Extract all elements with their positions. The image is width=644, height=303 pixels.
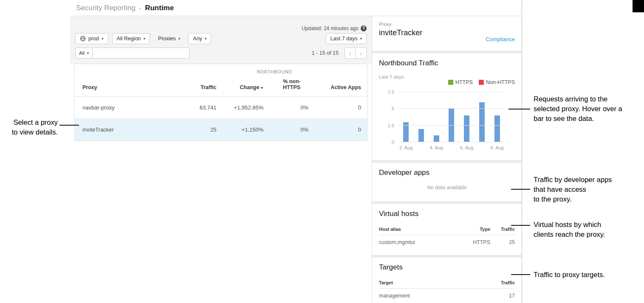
- breadcrumb-parent[interactable]: Security Reporting: [76, 4, 136, 12]
- environment-label: prod: [88, 36, 99, 42]
- help-icon[interactable]: ?: [361, 25, 367, 31]
- column-header-traffic[interactable]: Traffic: [182, 74, 223, 97]
- app-window: Security Reporting › Runtime Updated: 24…: [70, 0, 522, 303]
- chevron-right-icon: ›: [360, 50, 362, 57]
- change-header-label: Change: [240, 84, 260, 90]
- chart-y-axis: 02.557.5: [379, 92, 398, 142]
- cell-traffic: 25: [490, 239, 515, 245]
- any-label: Any: [193, 36, 202, 42]
- column-header-non-https[interactable]: % non-HTTPS: [269, 74, 314, 97]
- table-row-navbar-proxy[interactable]: navbar-proxy 63,741 +1,952.85% 0% 0: [75, 97, 367, 119]
- legend-item-non-https: Non-HTTPS: [479, 79, 515, 85]
- northbound-traffic-section: Northbound Traffic Last 7 days HTTPS Non…: [372, 53, 522, 160]
- targets-title: Targets: [379, 263, 515, 272]
- proxy-table: NORTHBOUND Proxy Traffic Change▼ % non-H…: [74, 64, 367, 141]
- annotation-chart: Requests arriving to the selected proxy.…: [534, 94, 644, 123]
- search-scope-label: All: [79, 50, 85, 56]
- chevron-left-icon: ‹: [349, 50, 351, 57]
- column-header-change[interactable]: Change▼: [223, 74, 270, 97]
- chart-gridline: [398, 108, 505, 109]
- column-header-proxy[interactable]: Proxy: [75, 74, 182, 97]
- page: Security Reporting › Runtime Updated: 24…: [0, 0, 644, 303]
- chart-section-title: Northbound Traffic: [379, 59, 515, 67]
- legend-label: Non-HTTPS: [486, 79, 515, 85]
- annotation-virtual-hosts: Virtual hosts by which clients reach the…: [534, 220, 644, 239]
- legend-item-https: HTTPS: [448, 79, 473, 85]
- breadcrumb-separator-icon: ›: [139, 5, 141, 11]
- developer-apps-section: Developer apps No data available: [372, 163, 522, 202]
- caret-down-icon: ▾: [178, 36, 181, 41]
- cell-traffic: 63,741: [182, 97, 223, 119]
- chart-bar[interactable]: [494, 115, 500, 142]
- chart-bar[interactable]: [449, 109, 454, 142]
- pagination-label: 1 - 15 of 15: [312, 50, 339, 56]
- search-input[interactable]: [93, 48, 189, 59]
- chart-legend: HTTPS Non-HTTPS: [448, 79, 515, 85]
- chart-bar[interactable]: [464, 115, 469, 142]
- column-header-target: Target: [379, 280, 490, 285]
- any-dropdown[interactable]: Any ▾: [188, 33, 211, 44]
- proxies-dropdown[interactable]: Proxies ▾: [154, 33, 184, 44]
- cell-change: +1,150%: [223, 119, 270, 141]
- chart-gridline: [398, 125, 505, 126]
- proxies-label: Proxies: [158, 36, 176, 42]
- proxy-detail-panel: Proxy inviteTracker Compliance Northboun…: [372, 16, 522, 303]
- chart-bar[interactable]: [418, 129, 424, 142]
- targets-section: Targets Target Traffic management 17: [372, 257, 522, 303]
- pagination-prev-button[interactable]: ‹: [345, 48, 356, 59]
- callout-line-select-proxy: [59, 125, 79, 126]
- filter-dropdowns: prod ▾ All Region ▾ Proxies ▾: [75, 33, 211, 44]
- column-header-host-alias: Host alias: [379, 227, 452, 232]
- cell-non-https: 0%: [269, 97, 314, 119]
- virtual-host-row[interactable]: custom,mgmtui HTTPS 25: [379, 235, 515, 249]
- panel-divider-line: [522, 0, 522, 303]
- pager-buttons: ‹ ›: [345, 48, 367, 59]
- group-header-spacer: [75, 64, 182, 74]
- developer-apps-title: Developer apps: [379, 168, 515, 177]
- cell-proxy-name: navbar-proxy: [75, 97, 182, 119]
- caret-down-icon: ▾: [205, 36, 207, 41]
- table-group-header: NORTHBOUND: [182, 64, 367, 74]
- targets-header-row: Target Traffic: [379, 278, 515, 289]
- search-group: All ▾: [75, 48, 189, 59]
- target-row[interactable]: management 17: [379, 289, 515, 303]
- column-header-type: Type: [452, 227, 490, 232]
- pagination-next-button[interactable]: ›: [356, 48, 367, 59]
- cell-active-apps: 0: [314, 97, 367, 119]
- filter-row-primary: prod ▾ All Region ▾ Proxies ▾: [75, 33, 367, 44]
- cell-target: management: [379, 293, 490, 299]
- column-header-traffic: Traffic: [490, 227, 515, 232]
- targets-table: Target Traffic management 17: [379, 278, 515, 303]
- proxy-list-panel: Updated: 24 minutes ago ? prod: [70, 16, 372, 303]
- search-scope-dropdown[interactable]: All ▾: [75, 48, 93, 59]
- chart-x-tick-label: 6. Aug: [460, 145, 473, 150]
- caret-down-icon: ▾: [87, 51, 89, 55]
- table-group-header-row: NORTHBOUND: [75, 64, 367, 74]
- no-data-message: No data available: [379, 185, 515, 191]
- non-https-header-label: % non-HTTPS: [283, 79, 308, 90]
- region-label: All Region: [117, 36, 141, 42]
- cell-non-https: 0%: [269, 119, 314, 141]
- environment-dropdown[interactable]: prod ▾: [75, 33, 108, 44]
- caret-down-icon: ▾: [102, 36, 104, 41]
- region-dropdown[interactable]: All Region ▾: [112, 33, 150, 44]
- bar-chart: 02.557.5: [379, 92, 515, 142]
- sort-desc-icon: ▼: [260, 86, 263, 90]
- chart-bar[interactable]: [434, 135, 439, 142]
- date-range-label: Last 7 days: [330, 36, 358, 42]
- virtual-hosts-section: Virtual hosts Host alias Type Traffic cu…: [372, 204, 522, 255]
- virtual-hosts-header-row: Host alias Type Traffic: [379, 224, 515, 235]
- date-range-dropdown[interactable]: Last 7 days ▾: [326, 33, 367, 44]
- compliance-link[interactable]: Compliance: [486, 36, 515, 42]
- caret-down-icon: ▾: [144, 36, 146, 41]
- chart-y-tick-label: 5: [392, 106, 394, 111]
- legend-swatch: [448, 80, 453, 85]
- column-header-active-apps[interactable]: Active Apps: [314, 74, 367, 97]
- callout-line-virtual-hosts: [511, 225, 530, 226]
- pagination: 1 - 15 of 15 ‹ ›: [312, 48, 367, 59]
- table-row-invitetracker-selected[interactable]: inviteTracker 25 +1,150% 0% 0: [75, 119, 367, 141]
- filter-row-secondary: All ▾ 1 - 15 of 15 ‹ ›: [75, 48, 367, 59]
- cell-proxy-name: inviteTracker: [75, 119, 182, 141]
- chart-bars: [398, 92, 505, 142]
- chart-subtitle: Last 7 days: [379, 74, 515, 79]
